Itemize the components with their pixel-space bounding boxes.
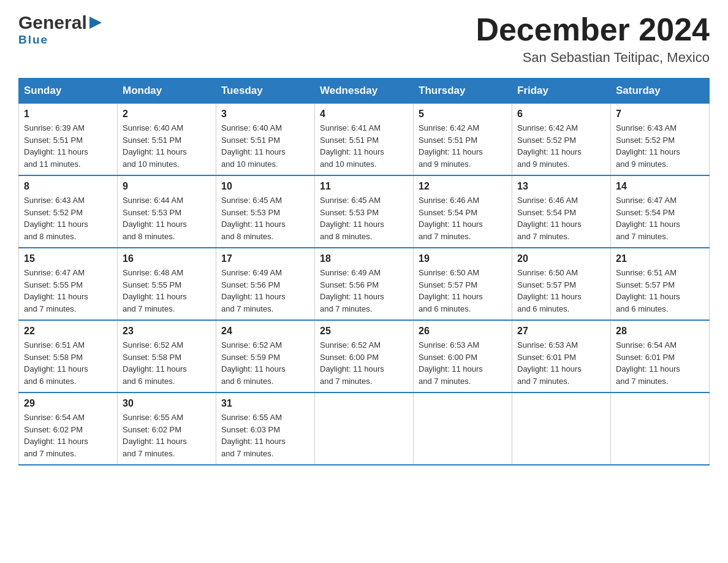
calendar-cell: 4Sunrise: 6:41 AMSunset: 5:51 PMDaylight… (315, 104, 414, 176)
day-info: Sunrise: 6:45 AMSunset: 5:53 PMDaylight:… (320, 194, 408, 242)
calendar-cell: 6Sunrise: 6:42 AMSunset: 5:52 PMDaylight… (512, 104, 611, 176)
calendar-cell: 13Sunrise: 6:46 AMSunset: 5:54 PMDayligh… (512, 175, 611, 248)
day-info: Sunrise: 6:42 AMSunset: 5:52 PMDaylight:… (517, 122, 605, 170)
day-number: 6 (517, 109, 605, 120)
day-number: 24 (221, 326, 309, 337)
day-info: Sunrise: 6:46 AMSunset: 5:54 PMDaylight:… (419, 194, 507, 242)
calendar-cell: 29Sunrise: 6:54 AMSunset: 6:02 PMDayligh… (19, 393, 118, 465)
day-number: 28 (616, 326, 704, 337)
day-number: 5 (419, 109, 507, 120)
calendar-cell: 26Sunrise: 6:53 AMSunset: 6:00 PMDayligh… (414, 320, 512, 393)
calendar-cell: 21Sunrise: 6:51 AMSunset: 5:57 PMDayligh… (611, 248, 710, 320)
day-info: Sunrise: 6:53 AMSunset: 6:01 PMDaylight:… (517, 339, 605, 387)
calendar-cell: 11Sunrise: 6:45 AMSunset: 5:53 PMDayligh… (315, 175, 414, 248)
calendar-cell: 15Sunrise: 6:47 AMSunset: 5:55 PMDayligh… (19, 248, 118, 320)
day-info: Sunrise: 6:43 AMSunset: 5:52 PMDaylight:… (24, 194, 112, 242)
header-friday: Friday (512, 79, 611, 104)
svg-marker-0 (89, 17, 102, 29)
day-number: 30 (123, 398, 211, 409)
day-info: Sunrise: 6:45 AMSunset: 5:53 PMDaylight:… (221, 194, 309, 242)
calendar-cell: 10Sunrise: 6:45 AMSunset: 5:53 PMDayligh… (216, 175, 315, 248)
day-info: Sunrise: 6:50 AMSunset: 5:57 PMDaylight:… (517, 267, 605, 315)
day-info: Sunrise: 6:49 AMSunset: 5:56 PMDaylight:… (221, 267, 309, 315)
header-tuesday: Tuesday (216, 79, 315, 104)
calendar-cell: 31Sunrise: 6:55 AMSunset: 6:03 PMDayligh… (216, 393, 315, 465)
calendar-week-row: 29Sunrise: 6:54 AMSunset: 6:02 PMDayligh… (19, 393, 710, 465)
day-info: Sunrise: 6:53 AMSunset: 6:00 PMDaylight:… (419, 339, 507, 387)
header-wednesday: Wednesday (315, 79, 414, 104)
day-number: 21 (616, 253, 704, 264)
day-number: 17 (221, 253, 309, 264)
day-info: Sunrise: 6:40 AMSunset: 5:51 PMDaylight:… (123, 122, 211, 170)
day-number: 14 (616, 181, 704, 192)
day-number: 26 (419, 326, 507, 337)
location-title: San Sebastian Teitipac, Mexico (476, 50, 710, 66)
logo-general-text: General (18, 12, 87, 33)
day-number: 12 (419, 181, 507, 192)
day-number: 15 (24, 253, 112, 264)
calendar-cell: 3Sunrise: 6:40 AMSunset: 5:51 PMDaylight… (216, 104, 315, 176)
day-number: 7 (616, 109, 704, 120)
calendar-cell (512, 393, 611, 465)
day-info: Sunrise: 6:41 AMSunset: 5:51 PMDaylight:… (320, 122, 408, 170)
calendar-table: SundayMondayTuesdayWednesdayThursdayFrid… (18, 78, 710, 465)
day-info: Sunrise: 6:39 AMSunset: 5:51 PMDaylight:… (24, 122, 112, 170)
calendar-cell: 24Sunrise: 6:52 AMSunset: 5:59 PMDayligh… (216, 320, 315, 393)
day-number: 16 (123, 253, 211, 264)
day-info: Sunrise: 6:54 AMSunset: 6:01 PMDaylight:… (616, 339, 704, 387)
day-number: 19 (419, 253, 507, 264)
calendar-cell: 12Sunrise: 6:46 AMSunset: 5:54 PMDayligh… (414, 175, 512, 248)
day-info: Sunrise: 6:52 AMSunset: 6:00 PMDaylight:… (320, 339, 408, 387)
day-number: 27 (517, 326, 605, 337)
calendar-week-row: 15Sunrise: 6:47 AMSunset: 5:55 PMDayligh… (19, 248, 710, 320)
day-info: Sunrise: 6:55 AMSunset: 6:03 PMDaylight:… (221, 412, 309, 459)
calendar-cell: 20Sunrise: 6:50 AMSunset: 5:57 PMDayligh… (512, 248, 611, 320)
logo: General Blue (18, 12, 104, 47)
day-number: 1 (24, 109, 112, 120)
day-info: Sunrise: 6:52 AMSunset: 5:59 PMDaylight:… (221, 339, 309, 387)
header-thursday: Thursday (414, 79, 512, 104)
day-info: Sunrise: 6:52 AMSunset: 5:58 PMDaylight:… (123, 339, 211, 387)
logo-triangle-icon (87, 14, 104, 31)
calendar-cell: 18Sunrise: 6:49 AMSunset: 5:56 PMDayligh… (315, 248, 414, 320)
header-saturday: Saturday (611, 79, 710, 104)
day-number: 31 (221, 398, 309, 409)
day-info: Sunrise: 6:47 AMSunset: 5:54 PMDaylight:… (616, 194, 704, 242)
calendar-cell: 23Sunrise: 6:52 AMSunset: 5:58 PMDayligh… (118, 320, 216, 393)
day-info: Sunrise: 6:55 AMSunset: 6:02 PMDaylight:… (123, 412, 211, 459)
day-number: 4 (320, 109, 408, 120)
calendar-header-row: SundayMondayTuesdayWednesdayThursdayFrid… (19, 79, 710, 104)
day-info: Sunrise: 6:40 AMSunset: 5:51 PMDaylight:… (221, 122, 309, 170)
day-number: 2 (123, 109, 211, 120)
day-info: Sunrise: 6:47 AMSunset: 5:55 PMDaylight:… (24, 267, 112, 315)
day-number: 22 (24, 326, 112, 337)
day-info: Sunrise: 6:54 AMSunset: 6:02 PMDaylight:… (24, 412, 112, 459)
title-section: December 2024 San Sebastian Teitipac, Me… (476, 12, 710, 66)
day-number: 11 (320, 181, 408, 192)
month-title: December 2024 (476, 12, 710, 47)
calendar-cell: 27Sunrise: 6:53 AMSunset: 6:01 PMDayligh… (512, 320, 611, 393)
day-number: 3 (221, 109, 309, 120)
day-info: Sunrise: 6:51 AMSunset: 5:57 PMDaylight:… (616, 267, 704, 315)
header-sunday: Sunday (19, 79, 118, 104)
calendar-cell: 16Sunrise: 6:48 AMSunset: 5:55 PMDayligh… (118, 248, 216, 320)
day-number: 29 (24, 398, 112, 409)
calendar-cell: 8Sunrise: 6:43 AMSunset: 5:52 PMDaylight… (19, 175, 118, 248)
day-number: 20 (517, 253, 605, 264)
day-number: 8 (24, 181, 112, 192)
day-number: 13 (517, 181, 605, 192)
day-info: Sunrise: 6:50 AMSunset: 5:57 PMDaylight:… (419, 267, 507, 315)
calendar-week-row: 8Sunrise: 6:43 AMSunset: 5:52 PMDaylight… (19, 175, 710, 248)
day-info: Sunrise: 6:42 AMSunset: 5:51 PMDaylight:… (419, 122, 507, 170)
day-number: 23 (123, 326, 211, 337)
calendar-cell: 17Sunrise: 6:49 AMSunset: 5:56 PMDayligh… (216, 248, 315, 320)
calendar-cell: 5Sunrise: 6:42 AMSunset: 5:51 PMDaylight… (414, 104, 512, 176)
calendar-cell: 2Sunrise: 6:40 AMSunset: 5:51 PMDaylight… (118, 104, 216, 176)
calendar-cell: 7Sunrise: 6:43 AMSunset: 5:52 PMDaylight… (611, 104, 710, 176)
day-info: Sunrise: 6:46 AMSunset: 5:54 PMDaylight:… (517, 194, 605, 242)
calendar-cell (315, 393, 414, 465)
page-header: General Blue December 2024 San Sebastian… (18, 12, 710, 66)
day-number: 9 (123, 181, 211, 192)
day-number: 25 (320, 326, 408, 337)
calendar-cell: 28Sunrise: 6:54 AMSunset: 6:01 PMDayligh… (611, 320, 710, 393)
